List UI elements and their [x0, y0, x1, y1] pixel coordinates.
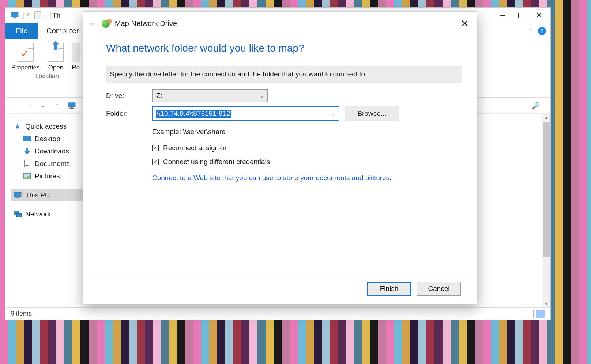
tab-file[interactable]: File	[5, 23, 38, 39]
scroll-up-icon[interactable]: ▴	[545, 114, 547, 121]
open-icon	[48, 43, 64, 62]
downloads-icon	[23, 148, 31, 155]
drive-label: Drive:	[106, 92, 152, 100]
tree-desktop[interactable]: Desktop	[20, 133, 86, 145]
svg-rect-1	[13, 17, 16, 18]
explorer-window: | ╤ | Th ✕ File Computer ⌃ ? ✓ Propertie…	[5, 7, 551, 320]
svg-rect-8	[15, 197, 20, 198]
qat-dropdown-icon[interactable]: ╤	[43, 13, 46, 18]
svg-rect-6	[14, 192, 21, 197]
different-credentials-checkbox-row[interactable]: ✓ Connect using different credentials	[152, 155, 462, 169]
cancel-button[interactable]: Cancel	[417, 282, 461, 296]
computer-icon	[14, 192, 22, 199]
dialog-close-button[interactable]: ✕	[457, 18, 472, 30]
collapse-ribbon-icon[interactable]: ⌃	[528, 27, 533, 34]
browse-button[interactable]: Browse...	[345, 106, 399, 121]
dialog-instruction: Specify the drive letter for the connect…	[106, 66, 462, 83]
finish-button[interactable]: Finish	[367, 282, 411, 296]
drive-value: Z:	[156, 92, 162, 100]
star-icon: ★	[14, 123, 22, 130]
chevron-down-icon: ⌄	[260, 93, 264, 99]
scroll-down-icon[interactable]: ▾	[545, 300, 547, 307]
window-title: Th	[53, 12, 60, 19]
tree-this-pc[interactable]: This PC	[11, 189, 86, 201]
tree-label: Quick access	[25, 122, 67, 130]
dialog-heading: What network folder would you like to ma…	[106, 42, 462, 54]
svg-rect-4	[70, 107, 73, 108]
tab-computer[interactable]: Computer	[38, 23, 87, 39]
svg-rect-2	[12, 18, 17, 18]
svg-rect-5	[69, 108, 74, 109]
tree-quick-access[interactable]: ★ Quick access	[11, 120, 86, 133]
tree-label: Desktop	[35, 135, 60, 143]
checkbox-label: Connect using different credentials	[163, 158, 270, 166]
status-item-count: 9 items	[11, 310, 32, 318]
network-icon	[14, 211, 22, 218]
checkbox-checked-icon: ✓	[152, 159, 159, 165]
ribbon-label: Properties	[11, 64, 39, 71]
maximize-button[interactable]	[512, 10, 530, 21]
status-bar: 9 items	[5, 307, 550, 320]
dialog-title: Map Network Drive	[115, 19, 177, 28]
chevron-down-icon: ⌄	[331, 111, 335, 117]
web-site-link[interactable]: Connect to a Web site that you can use t…	[152, 174, 389, 182]
nav-tree: ★ Quick access Desktop Downloads Documen…	[5, 114, 86, 307]
tree-label: Downloads	[35, 147, 69, 155]
ribbon-rename[interactable]: Re	[72, 43, 83, 71]
ribbon-label: Re	[72, 64, 80, 71]
properties-icon: ✓	[18, 43, 34, 62]
rename-icon	[72, 43, 80, 62]
separator: |	[22, 11, 24, 20]
view-details-button[interactable]	[524, 310, 534, 318]
qat-new-icon[interactable]	[34, 11, 41, 19]
ribbon-group-label: Location	[35, 71, 59, 81]
tree-label: Network	[25, 210, 51, 218]
minimize-button[interactable]	[493, 10, 512, 21]
pictures-icon	[23, 172, 31, 180]
tree-documents[interactable]: Documents	[20, 158, 86, 170]
tree-label: Documents	[35, 160, 70, 168]
web-site-link-row: Connect to a Web site that you can use t…	[152, 169, 462, 187]
tree-downloads[interactable]: Downloads	[20, 145, 86, 158]
tree-network[interactable]: Network	[11, 208, 86, 220]
nav-back-button[interactable]: ←	[11, 101, 20, 110]
dialog-footer: Finish Cancel	[83, 273, 477, 304]
desktop-icon	[23, 135, 31, 143]
folder-combobox[interactable]: \\10.74.0.4\t873151-812 ⌄	[152, 106, 339, 121]
reconnect-checkbox-row[interactable]: ✓ Reconnect at sign-in	[152, 141, 462, 155]
drive-combobox[interactable]: Z: ⌄	[152, 89, 268, 102]
scroll-thumb[interactable]	[543, 122, 550, 257]
tree-label: Pictures	[35, 172, 60, 180]
ribbon-open[interactable]: Open	[48, 43, 64, 71]
computer-icon	[10, 12, 19, 19]
tree-label: This PC	[25, 191, 50, 199]
dialog-back-button[interactable]: ←	[87, 18, 99, 29]
svg-rect-0	[11, 12, 18, 17]
svg-rect-7	[16, 197, 19, 198]
ribbon-label: Open	[48, 64, 64, 71]
checkbox-label: Reconnect at sign-in	[163, 144, 226, 152]
example-text: Example: \\server\share	[152, 125, 462, 141]
tree-pictures[interactable]: Pictures	[20, 170, 86, 182]
folder-value: \\10.74.0.4\t873151-812	[156, 110, 231, 118]
dialog-header: ← Map Network Drive ✕	[83, 12, 477, 35]
nav-history-dropdown[interactable]: ⌄	[38, 101, 48, 110]
search-icon[interactable]: 🔍	[532, 102, 540, 110]
separator: |	[50, 11, 52, 20]
documents-icon	[23, 160, 31, 167]
scrollbar[interactable]: ▴ ▾	[542, 114, 550, 307]
help-icon[interactable]: ?	[538, 27, 546, 35]
view-icons-button[interactable]	[536, 310, 545, 318]
checkbox-checked-icon: ✓	[152, 145, 159, 151]
svg-rect-3	[68, 102, 75, 107]
nav-up-button[interactable]: ↑	[52, 101, 62, 110]
close-button[interactable]: ✕	[530, 10, 548, 21]
address-bar-icon[interactable]	[67, 102, 76, 109]
qat-properties-icon[interactable]	[25, 12, 32, 19]
ribbon-properties[interactable]: ✓ Properties	[11, 43, 39, 71]
nav-forward-button[interactable]: →	[25, 101, 34, 110]
folder-label: Folder:	[106, 110, 152, 118]
map-drive-icon	[102, 19, 112, 28]
map-network-drive-dialog: ← Map Network Drive ✕ What network folde…	[83, 11, 477, 304]
